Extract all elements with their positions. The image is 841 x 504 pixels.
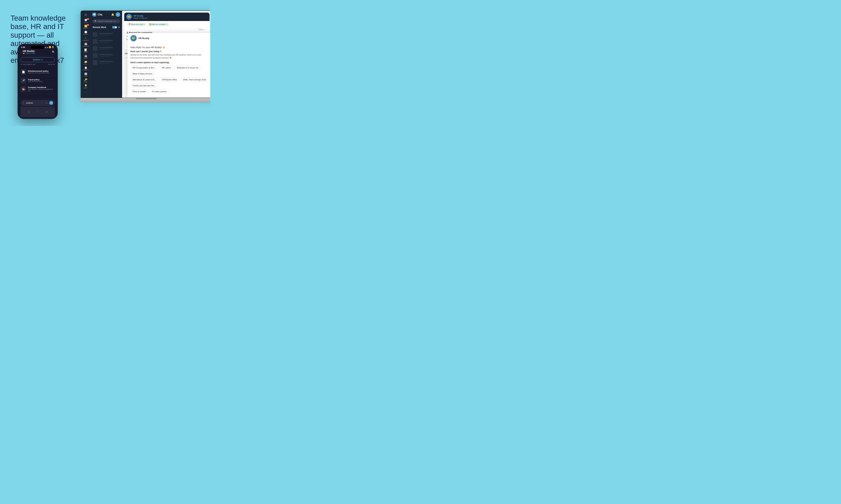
top-action-buttons: 📅 Book your seat ↗ ✅ Mark as complete ↗: [127, 23, 207, 26]
visibility-row: 👁 Only visible to you 06:46 PM: [20, 64, 55, 65]
notes-icon: 📝: [84, 49, 87, 51]
chip-other-queries[interactable]: For other queries: [150, 89, 169, 94]
sidebar-item-history[interactable]: 🕐 HISTORY: [83, 31, 89, 35]
more-icon: ⋯: [84, 91, 87, 94]
list-item[interactable]: 📚 Company handbook View Zylker's company…: [20, 85, 55, 93]
laptop-screen: ☰ 💬 43 CHATS 🔀 59 THREADS 🕐 HISTORY # CH…: [81, 11, 210, 98]
actions-button[interactable]: Actions ∨: [20, 57, 55, 62]
sidebar-more-icon[interactable]: ⋯: [83, 90, 89, 94]
laptop-mockup: ☰ 💬 43 CHATS 🔀 59 THREADS 🕐 HISTORY # CH…: [81, 11, 210, 102]
chip-attendance[interactable]: Attendance & Leave & ID...: [130, 77, 158, 82]
mark-complete-btn[interactable]: ✅ Mark as complete ↗: [147, 23, 169, 26]
reimbursement-icon: 📄: [20, 69, 26, 75]
channel-avatar: [93, 60, 98, 65]
channel-name: Remote Work: [93, 26, 106, 29]
chip-bank-salary[interactable]: Bank & Salary Account: [130, 71, 155, 76]
org-icon: 🏢: [84, 72, 87, 75]
grid-icon[interactable]: ⊞: [118, 26, 120, 29]
wifi-icon: 📶: [49, 46, 51, 48]
phone-search-icon[interactable]: 🔍: [52, 51, 55, 53]
list-item[interactable]: ✈️ Travel policy View the travel policy: [20, 76, 55, 85]
sidebar-item-notes[interactable]: 📝 NOTES: [83, 48, 89, 53]
phone-keyboard: is I of: [20, 107, 55, 117]
sidebar-item-ieves[interactable]: 🔑 IEVES: [83, 78, 89, 83]
phone-time: 6:46: [21, 46, 25, 48]
sidebar-item-projects[interactable]: 📋 PROJECTS: [83, 66, 89, 71]
channel-item[interactable]: [90, 45, 122, 52]
popup-options-label: Here's some options to start exploring:: [130, 61, 209, 64]
channel-item[interactable]: [90, 59, 122, 66]
list-item-text: Travel policy View the travel policy: [28, 78, 42, 83]
hr-buddy-card-header: 🤝 HR Buddy Happy to help you: [124, 13, 209, 21]
new-item-button[interactable]: +: [116, 12, 120, 17]
list-item-text: Reimbursement policy View the reimbursem…: [28, 70, 49, 74]
channel-toggle[interactable]: ⊞: [112, 26, 120, 29]
search-placeholder: Search in All (cmd + k): [98, 20, 116, 22]
chip-dta-spoke[interactable]: DTA/Spoke Office: [160, 77, 179, 82]
chip-point-of-contact[interactable]: Point of contact: [130, 89, 148, 94]
chip-mediclaim[interactable]: Mediclaim & In-house do...: [175, 66, 202, 70]
phone-body: 6:46 ▲▲▲ 📶 🔋 ‹ HR Buddy 🤝 Happy to help …: [18, 44, 58, 119]
popup-avatar: 🤝: [130, 35, 137, 41]
emoji-icon[interactable]: ☺: [45, 102, 48, 104]
sidebar-item-calendar[interactable]: 📅 CALENDAR: [83, 42, 89, 47]
phone-bot-status: 🤝 Happy to help: [23, 53, 50, 54]
add-icon[interactable]: ＋: [22, 101, 25, 105]
popup-content: Hello Riya! I'm your HR Buddy! 👋 How can…: [127, 43, 210, 98]
phone-input-row: ＋ /policies ☺ ➤: [20, 100, 55, 106]
travel-icon: ✈️: [20, 78, 26, 83]
channel-item[interactable]: [90, 52, 122, 59]
sidebar-item-channels[interactable]: # CHANNELS: [83, 36, 89, 41]
chips-row-3: Point of contact For other queries: [130, 89, 209, 94]
hr-buddy-avatar: 🤝: [126, 14, 132, 20]
channel-avatar: [93, 53, 98, 58]
sidebar-item-chatgpt[interactable]: 💡 CHATPT: [83, 84, 89, 89]
phone-input[interactable]: /policies: [26, 102, 44, 104]
calendar-icon: 📅: [84, 42, 87, 45]
phone-input-area: ＋ /policies ☺ ➤ is I of: [18, 98, 57, 119]
list-item-text: Company handbook View Zylker's company h…: [28, 86, 55, 92]
toggle-switch[interactable]: [112, 26, 117, 29]
search-bar[interactable]: 🔍 Search in All (cmd + k): [92, 19, 120, 23]
ieves-icon: 🔑: [84, 78, 87, 81]
hr-buddy-popup: 🤝 HR Buddy Hello Riya! I'm your HR Buddy…: [127, 33, 210, 98]
cliq-topbar: 💬 Cliq 🔔 +: [90, 11, 122, 18]
cliq-logo-icon: 💬: [92, 13, 96, 16]
chatgpt-icon: 💡: [84, 84, 87, 87]
channel-item[interactable]: [90, 31, 122, 38]
send-button[interactable]: ➤: [49, 101, 53, 105]
battery-icon: 🔋: [52, 46, 54, 48]
phone-header: ‹ HR Buddy 🤝 Happy to help 🔍: [18, 48, 57, 56]
channels-icon: #: [85, 37, 86, 39]
sidebar-item-org[interactable]: 🏢 ORG: [83, 72, 89, 77]
cliq-sidebar: ☰ 💬 43 CHATS 🔀 59 THREADS 🕐 HISTORY # CH…: [81, 11, 90, 98]
sidebar-item-bots[interactable]: 🤖 BOTS: [83, 54, 89, 59]
notification-bell-icon[interactable]: 🔔: [111, 13, 114, 16]
search-icon: 🔍: [95, 20, 97, 22]
chip-shifts[interactable]: Shifts, Team Change, Exits: [181, 77, 208, 82]
channel-item[interactable]: [90, 38, 122, 45]
chips-row-2: Attendance & Leave & ID... DTA/Spoke Off…: [130, 77, 209, 88]
channel-item-text: [99, 33, 120, 36]
sidebar-menu-icon[interactable]: ☰: [83, 13, 89, 17]
cliq-channels-panel: 💬 Cliq 🔔 + 🔍 Search in All (cmd + k) Rem…: [90, 11, 122, 98]
sidebar-item-files[interactable]: 📁 FILES: [83, 60, 89, 65]
phone-mockup: 6:46 ▲▲▲ 📶 🔋 ‹ HR Buddy 🤝 Happy to help …: [18, 44, 58, 119]
chevron-down-icon: ∨: [41, 58, 43, 61]
cliq-app-name: Cliq: [98, 13, 102, 16]
chip-creche[interactable]: Creche and day-care faci...: [130, 83, 158, 88]
book-seat-btn[interactable]: 📅 Book your seat ↗: [127, 23, 146, 26]
phone-message-area: 📄 Reimbursement policy View the reimburs…: [18, 67, 57, 94]
sidebar-item-threads[interactable]: 🔀 59 THREADS: [83, 24, 89, 29]
back-button[interactable]: ‹: [20, 50, 21, 54]
hr-buddy-status: Happy to help you: [133, 17, 148, 19]
laptop-base: [81, 98, 210, 102]
projects-icon: 📋: [84, 66, 87, 69]
popup-greeting: Hello Riya! I'm your HR Buddy! 👋: [130, 46, 209, 49]
sidebar-item-chats[interactable]: 💬 43 CHATS: [83, 19, 89, 23]
list-item[interactable]: 📄 Reimbursement policy View the reimburs…: [20, 68, 55, 76]
channel-header: Remote Work ⊞: [90, 24, 122, 30]
chip-hr-compensation[interactable]: HR Compensation & Ben...: [130, 66, 158, 70]
chips-row-1: HR Compensation & Ben... HR Letters Medi…: [130, 66, 209, 76]
chip-hr-letters[interactable]: HR Letters: [159, 66, 173, 70]
